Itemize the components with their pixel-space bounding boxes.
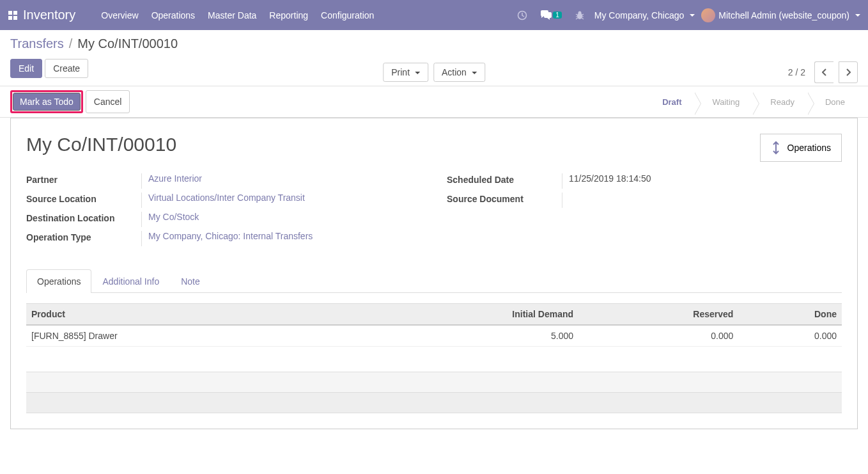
svg-rect-3 <box>13 16 17 20</box>
apps-menu-icon[interactable] <box>8 10 18 20</box>
pager-text: 2 / 2 <box>788 67 805 77</box>
cancel-button[interactable]: Cancel <box>86 90 130 113</box>
tab-note[interactable]: Note <box>170 269 211 293</box>
label-operation-type: Operation Type <box>26 231 141 242</box>
status-ready[interactable]: Ready <box>752 92 807 112</box>
stat-button-label: Operations <box>787 143 831 153</box>
table-header-row: Product Initial Demand Reserved Done <box>26 304 842 326</box>
label-source-document: Source Document <box>447 193 562 204</box>
user-name: Mitchell Admin (website_coupon) <box>718 10 849 20</box>
label-destination-location: Destination Location <box>26 212 141 223</box>
clock-icon[interactable] <box>514 10 531 20</box>
tab-operations[interactable]: Operations <box>26 269 91 293</box>
operations-table: Product Initial Demand Reserved Done [FU… <box>26 303 842 413</box>
page-title: My Co/INT/00010 <box>26 134 842 155</box>
label-source-location: Source Location <box>26 193 141 204</box>
label-scheduled-date: Scheduled Date <box>447 173 562 185</box>
svg-rect-0 <box>8 11 12 15</box>
status-steps: Draft Waiting Ready Done <box>644 92 858 112</box>
cell-done: 0.000 <box>738 325 842 347</box>
table-footer-spacer <box>26 393 842 413</box>
tab-additional-info[interactable]: Additional Info <box>91 269 170 293</box>
th-reserved[interactable]: Reserved <box>578 304 738 326</box>
value-partner[interactable]: Azure Interior <box>148 173 202 184</box>
form-sheet: Operations My Co/INT/00010 Partner Azure… <box>10 118 858 429</box>
avatar <box>701 8 715 22</box>
value-source-document <box>562 193 842 208</box>
company-selector[interactable]: My Company, Chicago <box>594 10 695 20</box>
main-menu: Overview Operations Master Data Reportin… <box>95 10 380 20</box>
cell-initial-demand: 5.000 <box>352 325 578 347</box>
svg-rect-2 <box>8 16 12 20</box>
status-waiting[interactable]: Waiting <box>694 92 752 112</box>
value-destination-location[interactable]: My Co/Stock <box>148 212 199 222</box>
arrows-vertical-icon <box>771 141 781 155</box>
value-scheduled-date: 11/25/2019 18:14:50 <box>562 173 842 189</box>
menu-operations[interactable]: Operations <box>145 10 201 20</box>
app-title[interactable]: Inventory <box>23 8 75 22</box>
menu-master-data[interactable]: Master Data <box>201 10 263 20</box>
operations-stat-button[interactable]: Operations <box>760 134 842 162</box>
user-menu[interactable]: Mitchell Admin (website_coupon) <box>701 8 860 22</box>
cell-product: [FURN_8855] Drawer <box>26 325 352 347</box>
th-initial-demand[interactable]: Initial Demand <box>352 304 578 326</box>
th-product[interactable]: Product <box>26 304 352 326</box>
caret-down-icon <box>855 14 860 17</box>
breadcrumb-parent[interactable]: Transfers <box>10 36 64 51</box>
mark-todo-button[interactable]: Mark as Todo <box>13 93 81 111</box>
caret-down-icon <box>472 72 477 74</box>
caret-down-icon <box>690 14 695 17</box>
highlight-annotation: Mark as Todo <box>10 90 83 113</box>
pager-next-button[interactable] <box>839 61 858 83</box>
bug-icon[interactable] <box>571 10 588 20</box>
top-navbar: Inventory Overview Operations Master Dat… <box>0 0 868 30</box>
value-operation-type[interactable]: My Company, Chicago: Internal Transfers <box>148 231 313 241</box>
value-source-location[interactable]: Virtual Locations/Inter Company Transit <box>148 193 305 203</box>
svg-point-6 <box>578 11 581 14</box>
breadcrumb: Transfers / My Co/INT/00010 <box>10 36 858 51</box>
pager-prev-button[interactable] <box>814 61 833 83</box>
svg-rect-1 <box>13 11 17 15</box>
create-button[interactable]: Create <box>45 59 88 78</box>
tabs: Operations Additional Info Note <box>26 269 842 293</box>
th-done[interactable]: Done <box>738 304 842 326</box>
messages-badge: 1 <box>553 12 562 19</box>
breadcrumb-sep: / <box>69 36 73 51</box>
print-button[interactable]: Print <box>383 63 428 82</box>
status-draft[interactable]: Draft <box>644 92 694 112</box>
menu-reporting[interactable]: Reporting <box>263 10 314 20</box>
caret-down-icon <box>415 72 420 74</box>
breadcrumb-current: My Co/INT/00010 <box>77 36 178 51</box>
label-partner: Partner <box>26 173 141 185</box>
edit-button[interactable]: Edit <box>10 59 42 78</box>
cell-reserved: 0.000 <box>578 325 738 347</box>
menu-overview[interactable]: Overview <box>95 10 144 20</box>
messages-icon[interactable]: 1 <box>537 10 565 20</box>
table-spacer <box>26 347 842 372</box>
menu-configuration[interactable]: Configuration <box>314 10 380 20</box>
control-panel: Transfers / My Co/INT/00010 Edit Create … <box>0 30 868 86</box>
table-footer-row <box>26 372 842 393</box>
statusbar: Mark as Todo Cancel Draft Waiting Ready … <box>0 86 868 118</box>
company-name: My Company, Chicago <box>594 10 685 20</box>
status-done[interactable]: Done <box>807 92 858 112</box>
action-button[interactable]: Action <box>433 63 485 82</box>
table-row[interactable]: [FURN_8855] Drawer 5.000 0.000 0.000 <box>26 325 842 347</box>
